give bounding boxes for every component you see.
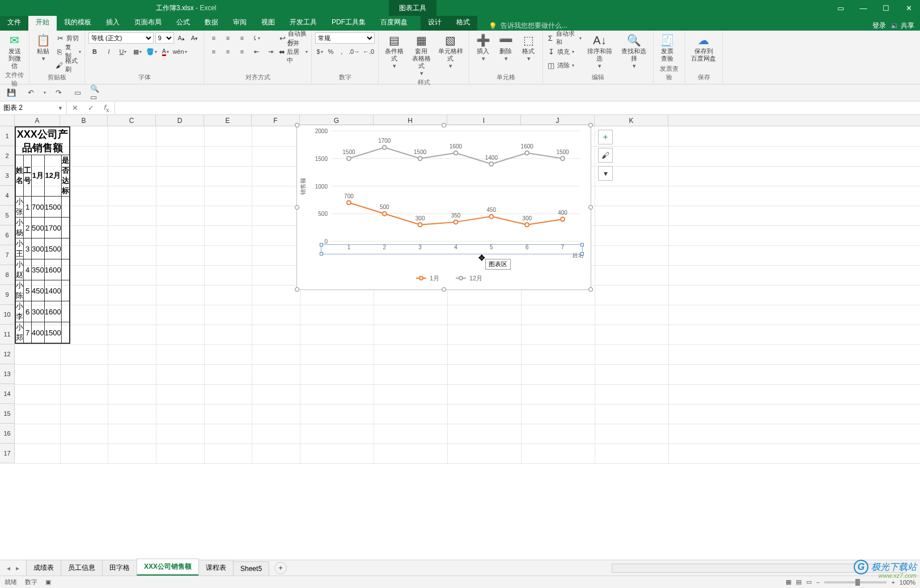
italic-icon[interactable]: I (103, 46, 115, 57)
dec-decimal-icon[interactable]: ←.0 (362, 46, 375, 57)
tab-开发工具[interactable]: 开发工具 (282, 15, 324, 31)
minimize-icon[interactable]: — (852, 0, 875, 16)
share-button[interactable]: 🔉 共享 (891, 21, 914, 31)
orientation-icon[interactable]: ⤹▾ (250, 32, 262, 44)
col-header[interactable]: D (156, 115, 204, 126)
bold-icon[interactable]: B (88, 46, 101, 57)
cut-button[interactable]: ✂剪切 (56, 32, 81, 44)
row-header[interactable]: 8 (0, 265, 14, 285)
number-format-select[interactable]: 常规 (315, 32, 375, 44)
table-format-button[interactable]: ▦套用 表格格式▾ (409, 32, 433, 78)
undo-icon[interactable]: ↶ (24, 86, 37, 100)
delete-cells-button[interactable]: ➖删除▾ (495, 32, 516, 63)
chart-object[interactable]: 0500100015002000123456770050030035045030… (296, 125, 591, 290)
formula-input[interactable] (115, 101, 920, 114)
zoom-in-icon[interactable]: + (891, 579, 894, 586)
tab-开始[interactable]: 开始 (28, 15, 57, 31)
fill-color-icon[interactable]: 🪣▾ (145, 46, 158, 57)
paste-button[interactable]: 📋粘贴▾ (33, 32, 53, 63)
row-header[interactable]: 5 (0, 206, 14, 225)
row-header[interactable]: 2 (0, 146, 14, 166)
align-middle-icon[interactable]: ≡ (222, 32, 234, 44)
sheet-tab[interactable]: XXX公司销售额 (137, 559, 199, 576)
inc-decimal-icon[interactable]: .0→ (348, 46, 361, 57)
tab-页面布局[interactable]: 页面布局 (127, 15, 169, 31)
indent-inc-icon[interactable]: ⇥ (264, 46, 277, 57)
sheet-nav-first-icon[interactable]: ◂ (5, 563, 12, 573)
chart-elements-button[interactable]: ＋ (598, 130, 613, 144)
row-header[interactable]: 17 (0, 444, 14, 463)
format-cells-button[interactable]: ⬚格式▾ (518, 32, 539, 63)
select-all-corner[interactable] (0, 115, 15, 126)
row-header[interactable]: 4 (0, 186, 14, 206)
sheet-tab[interactable]: Sheet5 (233, 561, 269, 576)
view-pagelayout-icon[interactable]: ▤ (796, 578, 802, 586)
align-right-icon[interactable]: ≡ (236, 46, 248, 57)
zoom-level[interactable]: 100% (900, 579, 915, 586)
underline-icon[interactable]: U▾ (117, 46, 129, 57)
row-header[interactable]: 16 (0, 424, 14, 444)
conditional-format-button[interactable]: ▤条件格式▾ (382, 32, 406, 71)
align-left-icon[interactable]: ≡ (207, 46, 220, 57)
redo-icon[interactable]: ↷ (52, 86, 65, 100)
tab-file[interactable]: 文件 (0, 15, 28, 31)
save-baidu-button[interactable]: ☁保存到 百度网盘 (689, 32, 718, 63)
ribbon-display-icon[interactable]: ▭ (829, 0, 852, 16)
macro-record-icon[interactable]: ▣ (45, 578, 51, 586)
signin-link[interactable]: 登录 (872, 21, 886, 31)
row-header[interactable]: 10 (0, 305, 14, 325)
row-header[interactable]: 9 (0, 285, 14, 305)
currency-icon[interactable]: $▾ (315, 46, 324, 57)
increase-font-icon[interactable]: A▴ (176, 32, 187, 44)
tab-数据[interactable]: 数据 (197, 15, 226, 31)
row-header[interactable]: 13 (0, 364, 14, 384)
align-center-icon[interactable]: ≡ (222, 46, 234, 57)
cell-styles-button[interactable]: ▧单元格样式▾ (436, 32, 465, 71)
tab-我的模板[interactable]: 我的模板 (57, 15, 99, 31)
zoom-slider[interactable] (824, 581, 887, 583)
cancel-formula-icon[interactable]: ✕ (67, 104, 83, 112)
clear-button[interactable]: ◫清除▾ (546, 59, 582, 71)
tab-审阅[interactable]: 审阅 (226, 15, 254, 31)
font-name-select[interactable]: 等线 (正文) (88, 32, 154, 44)
sheet-tab[interactable]: 课程表 (198, 560, 234, 576)
sort-filter-button[interactable]: A↓排序和筛选▾ (584, 32, 616, 71)
row-header[interactable]: 6 (0, 225, 14, 245)
align-bottom-icon[interactable]: ≡ (236, 32, 248, 44)
insert-cells-button[interactable]: ➕插入▾ (473, 32, 493, 63)
tab-公式[interactable]: 公式 (169, 15, 197, 31)
worksheet-grid[interactable]: ABCDEFGHIJK 1234567891011121314151617 XX… (0, 115, 920, 485)
col-header[interactable]: B (60, 115, 108, 126)
zoom-out-icon[interactable]: − (816, 579, 820, 586)
chart-styles-button[interactable]: 🖌 (598, 148, 613, 163)
add-sheet-button[interactable]: ＋ (274, 562, 287, 574)
row-header[interactable]: 1 (0, 126, 14, 146)
send-wechat-button[interactable]: ✉发送 到微信 (3, 32, 26, 71)
col-header[interactable]: A (15, 115, 60, 126)
h-scrollbar[interactable] (612, 564, 906, 573)
sheet-nav-last-icon[interactable]: ▸ (14, 563, 22, 573)
maximize-icon[interactable]: ☐ (875, 0, 897, 16)
align-top-icon[interactable]: ≡ (207, 32, 220, 44)
fx-icon[interactable]: fx (99, 103, 115, 113)
copy-button[interactable]: ⎘复制▾ (56, 45, 81, 58)
col-header[interactable]: F (252, 115, 300, 126)
tab-视图[interactable]: 视图 (254, 15, 282, 31)
row-header[interactable]: 7 (0, 245, 14, 265)
context-tab-设计[interactable]: 设计 (421, 15, 449, 31)
font-size-select[interactable]: 9 (155, 32, 174, 44)
close-icon[interactable]: ✕ (897, 0, 920, 16)
percent-icon[interactable]: % (326, 46, 335, 57)
fill-button[interactable]: ↧填充▾ (546, 45, 582, 58)
col-header[interactable]: C (108, 115, 156, 126)
col-header[interactable]: K (595, 115, 668, 126)
tab-百度网盘[interactable]: 百度网盘 (373, 15, 415, 31)
col-header[interactable]: E (204, 115, 252, 126)
tab-PDF工具集[interactable]: PDF工具集 (324, 15, 373, 31)
sheet-tab[interactable]: 员工信息 (61, 560, 103, 576)
format-painter-button[interactable]: 🖌格式刷 (56, 59, 81, 71)
new-icon[interactable]: ▭ (71, 86, 84, 100)
row-header[interactable]: 3 (0, 166, 14, 186)
sheet-tab[interactable]: 成绩表 (26, 560, 61, 576)
comma-icon[interactable]: , (337, 46, 346, 57)
